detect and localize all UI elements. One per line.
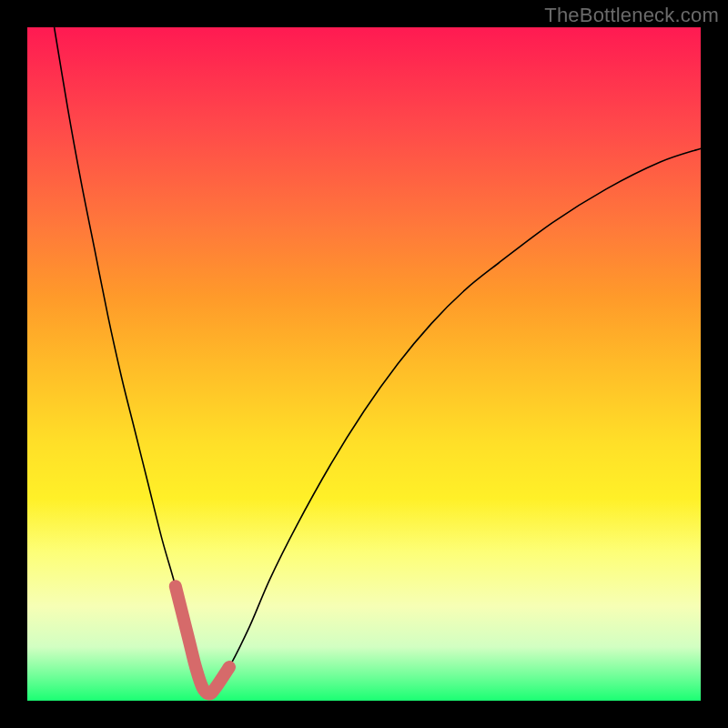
watermark-text: TheBottleneck.com xyxy=(544,4,719,27)
chart-area xyxy=(27,27,701,701)
highlight-bottom xyxy=(176,586,229,693)
chart-svg xyxy=(27,27,701,701)
bottleneck-curve xyxy=(55,27,701,694)
